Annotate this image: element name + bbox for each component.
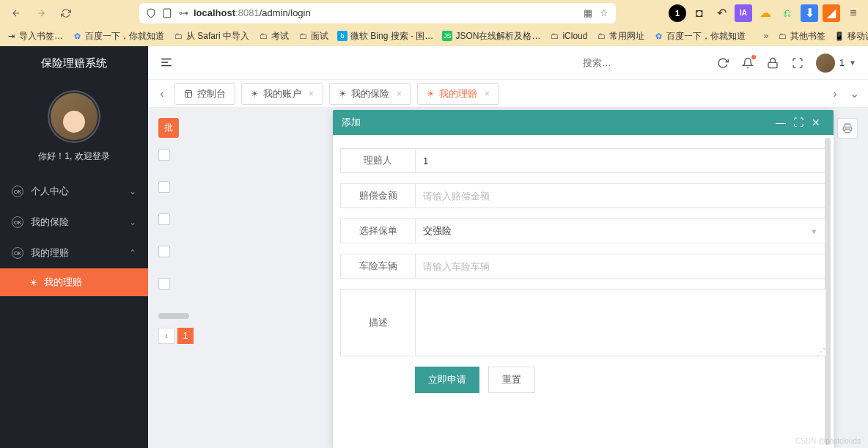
modal-body: 理赔人 赔偿金额 选择保单 交强险▾ 车险车辆 <box>333 135 834 448</box>
modal-close-icon[interactable]: ✕ <box>807 117 825 128</box>
import-icon: ⇥ <box>6 31 16 41</box>
tabs-prev[interactable]: ‹ <box>155 87 169 100</box>
folder-icon: 🗀 <box>173 31 183 41</box>
app-title: 保险理赔系统 <box>0 46 148 80</box>
table-checkbox[interactable] <box>158 246 170 257</box>
fullscreen-icon[interactable] <box>791 56 804 70</box>
ia-extension-icon[interactable]: IA <box>735 4 752 22</box>
url-text: localhost:8081/admin/login <box>194 7 578 18</box>
tab-label: 我的保险 <box>351 87 389 100</box>
url-bar[interactable]: ⊶ localhost:8081/admin/login ▦ ☆ <box>139 3 616 23</box>
bookmark-label: 微软 Bing 搜索 - 国… <box>350 30 433 43</box>
star-icon[interactable]: ☆ <box>598 7 610 19</box>
download-icon[interactable]: ⬇ <box>801 4 818 22</box>
user-avatar-icon <box>816 54 835 73</box>
main: 1 ▼ ‹ 控制台☀我的账户×☀我的保险×☀我的理赔× › ⌄ 批 <box>148 46 868 448</box>
bookmark-item[interactable]: 🗀iCloud <box>549 30 587 43</box>
extension-badge[interactable]: 1 <box>669 4 686 22</box>
bookmark-item[interactable]: 📱移动设备上的书签 <box>834 30 868 43</box>
refresh-icon[interactable] <box>716 56 729 70</box>
content: 批 ‹ 1 添加 — ⛶ ✕ <box>148 108 868 448</box>
lock-icon[interactable] <box>766 56 779 70</box>
bookmark-item[interactable]: 🗀常用网址 <box>596 30 644 43</box>
bell-icon[interactable] <box>741 56 754 70</box>
bookmark-item[interactable]: ✿百度一下，你就知道 <box>653 30 746 43</box>
undo-icon[interactable]: ↶ <box>713 4 730 22</box>
tab[interactable]: ☀我的保险× <box>329 83 411 105</box>
vehicle-label: 车险车辆 <box>340 254 415 279</box>
reload-button[interactable] <box>56 3 76 23</box>
toggle-sidebar-icon[interactable] <box>160 56 174 70</box>
tab[interactable]: ☀我的账户× <box>241 83 323 105</box>
forward-button[interactable] <box>31 3 51 23</box>
resize-handle-icon[interactable]: ⋰ <box>817 347 824 354</box>
apple-icon: 🗀 <box>549 31 559 41</box>
tabs-next[interactable]: › <box>828 87 842 100</box>
bookmark-item[interactable]: 🗀考试 <box>258 30 289 43</box>
batch-button[interactable]: 批 <box>158 118 179 138</box>
table-checkbox[interactable] <box>158 213 170 225</box>
bookmarks-overflow-icon[interactable]: » <box>763 31 768 41</box>
orange-extension-icon[interactable]: ◢ <box>823 4 840 22</box>
reset-button[interactable]: 重置 <box>488 367 535 393</box>
bookmark-item[interactable]: 🗀从 Safari 中导入 <box>173 30 249 43</box>
tab-label: 我的理赔 <box>439 87 477 100</box>
tab[interactable]: ☀我的理赔× <box>417 83 499 105</box>
bookmark-item[interactable]: ✿百度一下，你就知道 <box>72 30 164 43</box>
menu-icon[interactable]: ≡ <box>845 4 862 22</box>
desc-textarea[interactable] <box>416 290 825 356</box>
folder-icon: 🗀 <box>777 31 787 41</box>
cloud-icon[interactable]: ☁ <box>757 4 774 22</box>
watermark: CSDN @pastclouds <box>795 437 861 445</box>
bookmarks-bar: ⇥导入书签…✿百度一下，你就知道🗀从 Safari 中导入🗀考试🗀面试b微软 B… <box>0 26 868 46</box>
bookmark-item[interactable]: 🗀其他书签 <box>777 30 825 43</box>
print-button[interactable] <box>837 118 858 139</box>
vehicle-input[interactable] <box>423 254 818 278</box>
table-checkbox[interactable] <box>158 149 170 161</box>
tabs-dropdown[interactable]: ⌄ <box>847 87 861 100</box>
bookmark-item[interactable]: JSJSON在线解析及格… <box>442 30 540 43</box>
user-menu[interactable]: 1 ▼ <box>816 54 856 73</box>
tab[interactable]: 控制台 <box>174 83 235 105</box>
svg-rect-2 <box>185 90 192 97</box>
qr-icon[interactable]: ▦ <box>582 7 594 19</box>
bookmark-item[interactable]: 🗀面试 <box>298 30 328 43</box>
sidebar-item-label: 我的理赔 <box>31 246 69 260</box>
table-checkbox[interactable] <box>158 181 170 193</box>
modal-minimize-icon[interactable]: — <box>772 117 790 128</box>
table-checkbox[interactable] <box>158 278 170 290</box>
tab-close-icon[interactable]: × <box>397 89 402 99</box>
sidebar-item[interactable]: OK个人中心⌄ <box>0 176 148 207</box>
sidebar-item[interactable]: OK我的保险⌄ <box>0 207 148 238</box>
submit-button[interactable]: 立即申请 <box>415 367 479 393</box>
chevron-icon: ⌄ <box>129 186 136 197</box>
bookmark-item[interactable]: b微软 Bing 搜索 - 国… <box>337 30 433 43</box>
back-button[interactable] <box>6 3 26 23</box>
puzzle-icon[interactable]: ⎌ <box>779 4 796 22</box>
sun-icon: ☀ <box>251 89 259 99</box>
bookmark-label: 导入书签… <box>19 30 63 43</box>
bing-icon: b <box>337 31 347 41</box>
crop-icon[interactable]: ◘ <box>691 4 708 22</box>
amount-input[interactable] <box>423 184 818 208</box>
tab-close-icon[interactable]: × <box>309 89 314 99</box>
modal-title: 添加 <box>342 116 772 129</box>
page-prev[interactable]: ‹ <box>158 328 174 344</box>
sidebar-menu: OK个人中心⌄OK我的保险⌄OK我的理赔⌃☀我的理赔 <box>0 176 148 448</box>
sidebar-item[interactable]: OK我的理赔⌃ <box>0 238 148 268</box>
page-current[interactable]: 1 <box>177 328 194 344</box>
horizontal-scrollbar[interactable] <box>158 313 189 319</box>
sidebar-sub-item[interactable]: ☀我的理赔 <box>0 268 148 296</box>
bookmark-label: 百度一下，你就知道 <box>85 30 164 43</box>
topbar: 1 ▼ <box>148 46 868 80</box>
search-input[interactable] <box>583 57 693 68</box>
bookmark-label: 考试 <box>271 30 289 43</box>
bookmark-item[interactable]: ⇥导入书签… <box>6 30 63 43</box>
claimant-input[interactable] <box>423 149 818 172</box>
policy-select[interactable]: 交强险▾ <box>415 219 826 243</box>
modal-maximize-icon[interactable]: ⛶ <box>790 117 807 128</box>
avatar[interactable] <box>48 90 100 143</box>
sun-icon: ☀ <box>427 89 435 99</box>
bookmark-label: 移动设备上的书签 <box>847 30 868 43</box>
tab-close-icon[interactable]: × <box>485 89 490 99</box>
